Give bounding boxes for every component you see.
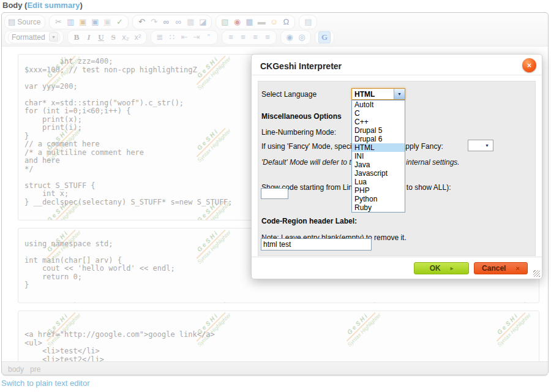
redo-button[interactable]: ↷	[148, 17, 159, 28]
image-icon: ▧	[221, 17, 228, 28]
geshi-icon: G	[321, 32, 328, 43]
toolbar-group: ◉◎	[280, 30, 311, 45]
replace-button[interactable]: ∞	[173, 17, 184, 28]
language-option[interactable]: Drupal 5	[352, 126, 405, 135]
strike-through-button[interactable]: S	[108, 32, 119, 43]
close-button[interactable]: ×	[522, 58, 536, 72]
superscript-button[interactable]: x²	[132, 32, 143, 43]
toolbar: ▤Source✂▥▣▣▣✓↶↷∞∞▦◪▧◉▦▬☺Ω▤ Formatted▼BIU…	[2, 13, 548, 47]
special-character-button[interactable]: Ω	[280, 17, 291, 28]
language-dropdown-list: AutoItCC++Drupal 5Drupal 6HTMLINIJavaJav…	[351, 100, 405, 213]
line-numbering-label: Line-Numbering Mode:	[261, 128, 336, 137]
horizontal-rule-button[interactable]: ▬	[256, 17, 267, 28]
edit-summary-link[interactable]: Edit summary	[27, 1, 80, 10]
outdent-button[interactable]: ⇤	[179, 32, 190, 43]
footer-divider	[252, 257, 542, 257]
indent-button[interactable]: ⇥	[191, 32, 202, 43]
smiley-button[interactable]: ☺	[268, 17, 279, 28]
language-option[interactable]: Lua	[352, 178, 405, 186]
language-option[interactable]: AutoIt	[352, 100, 405, 109]
image-button[interactable]: ▧	[219, 17, 230, 28]
language-option[interactable]: C++	[352, 118, 405, 126]
italic-button[interactable]: I	[83, 32, 94, 43]
paste-plain-text-button[interactable]: ▣	[102, 17, 113, 28]
toolbar-group: ▧◉▦▬☺Ω	[216, 15, 295, 29]
toolbar-group: G	[315, 30, 334, 45]
chevron-down-icon: ▼	[394, 89, 405, 99]
start-line-input[interactable]	[261, 188, 288, 199]
element-path-item-pre[interactable]: pre	[30, 365, 40, 374]
watermark-geshi-text: GeSHi	[345, 301, 370, 303]
code-text[interactable]: <a href="http://google.com">google link<…	[18, 311, 539, 361]
block-quote-button[interactable]: ”	[203, 32, 214, 43]
switch-to-plain-text-link[interactable]: Switch to plain text editor	[1, 379, 90, 388]
language-option[interactable]: Javascript	[352, 169, 405, 178]
page-title-suffix: )	[80, 1, 82, 10]
find-button[interactable]: ∞	[160, 17, 171, 28]
cut-button[interactable]: ✂	[53, 17, 64, 28]
table-button[interactable]: ▦	[244, 17, 255, 28]
format-combo[interactable]: Formatted▼	[8, 31, 60, 43]
justify-icon: ≡	[265, 32, 270, 43]
page-title: Body (Edit summary)	[2, 1, 83, 10]
language-option[interactable]: PHP	[352, 186, 405, 195]
flash-button[interactable]: ◉	[231, 17, 242, 28]
dialog-resize-handle[interactable]	[533, 270, 540, 277]
page-template-button[interactable]: ▤	[302, 17, 313, 28]
dialog-body: Select Language HTML ▼ Miscellaneous Opt…	[258, 81, 536, 256]
language-option[interactable]: Ruby	[352, 203, 405, 212]
outdent-icon: ⇤	[181, 32, 188, 43]
language-select[interactable]: HTML ▼	[351, 88, 405, 100]
superscript-icon: x²	[135, 32, 141, 43]
ok-arrow-icon: ▸	[451, 265, 454, 271]
element-path-item-body[interactable]: body	[8, 365, 24, 374]
misc-options-heading: Miscellaneous Options	[261, 112, 342, 121]
toolbar-group: ≣∷⇤⇥”	[151, 30, 218, 45]
link-button[interactable]: ◉	[284, 32, 295, 43]
ok-button[interactable]: OK ▸	[414, 262, 469, 274]
italic-icon: I	[87, 32, 90, 43]
watermark-geshi-text: GeSHi	[45, 301, 70, 303]
underline-button[interactable]: U	[96, 32, 107, 43]
cancel-button[interactable]: Cancel ×	[474, 262, 528, 274]
language-option[interactable]: C	[352, 109, 405, 118]
paste-from-word-button[interactable]: ▣	[89, 17, 100, 28]
paste-button[interactable]: ▣	[77, 17, 88, 28]
remove-format-button[interactable]: ◪	[197, 17, 208, 28]
unlink-icon: ◎	[298, 32, 305, 43]
select-language-label: Select Language	[261, 90, 317, 99]
unlink-button[interactable]: ◎	[296, 32, 307, 43]
align-right-button[interactable]: ≡	[250, 32, 261, 43]
language-option[interactable]: INI	[352, 152, 405, 160]
fancy-frequency-select[interactable]: ▼	[468, 140, 493, 151]
bold-icon: B	[74, 32, 80, 43]
link-icon: ◉	[286, 32, 293, 43]
source-button[interactable]: ▤Source	[8, 17, 42, 28]
bulleted-list-button[interactable]: ∷	[167, 32, 178, 43]
align-left-button[interactable]: ≡	[225, 32, 236, 43]
element-path-bar: bodypre	[2, 361, 548, 376]
bold-button[interactable]: B	[71, 32, 82, 43]
undo-icon: ↶	[138, 17, 145, 28]
spell-check-button[interactable]: ✓	[114, 17, 125, 28]
ok-label: OK	[430, 264, 441, 273]
language-option[interactable]: Python	[352, 195, 405, 203]
page-template-icon: ▤	[304, 17, 312, 28]
undo-button[interactable]: ↶	[136, 17, 147, 28]
select-all-button[interactable]: ▦	[185, 17, 196, 28]
language-option[interactable]: HTML	[352, 143, 405, 152]
subscript-button[interactable]: x₂	[120, 32, 131, 43]
header-label-heading: Code-Region header Label:	[261, 217, 357, 225]
copy-button[interactable]: ▥	[65, 17, 76, 28]
dialog-title: CKGeshi Interpreter	[260, 61, 342, 71]
toolbar-group: ≡≡≡≡	[222, 30, 277, 45]
numbered-list-button[interactable]: ≣	[154, 32, 165, 43]
header-label-input[interactable]	[261, 238, 372, 251]
paste-icon: ▣	[79, 17, 86, 28]
toolbar-group: ▤	[299, 15, 317, 29]
align-center-button[interactable]: ≡	[238, 32, 249, 43]
justify-button[interactable]: ≡	[262, 32, 273, 43]
geshi-button[interactable]: G	[318, 31, 331, 43]
language-option[interactable]: Drupal 6	[352, 135, 405, 143]
language-option[interactable]: Java	[352, 160, 405, 169]
